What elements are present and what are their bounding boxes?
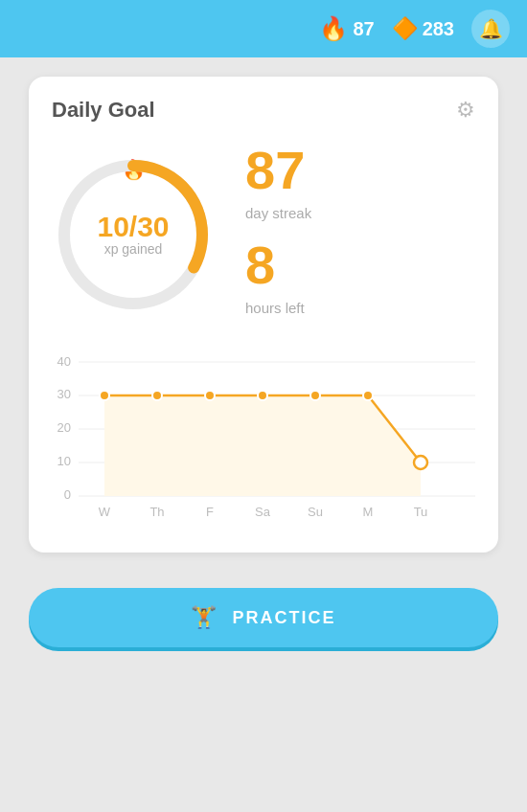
svg-text:F: F (206, 505, 214, 519)
svg-text:Tu: Tu (414, 505, 428, 519)
svg-point-16 (258, 391, 267, 400)
settings-button[interactable]: ⚙ (456, 98, 475, 123)
ring-center: 10/30 xp gained (97, 213, 169, 257)
fire-icon: 🔥 (319, 15, 348, 42)
svg-text:Sa: Sa (255, 505, 271, 519)
svg-point-17 (310, 391, 320, 400)
svg-point-18 (363, 391, 373, 400)
streak-label: day streak (245, 205, 311, 221)
svg-text:M: M (363, 505, 374, 519)
stats-column: 87 day streak 8 hours left (245, 144, 311, 326)
card-header: Daily Goal ⚙ (52, 98, 475, 123)
svg-text:40: 40 (57, 354, 71, 369)
bell-icon: 🔔 (479, 17, 503, 40)
svg-point-19 (414, 456, 427, 469)
xp-progress: 10/30 (97, 213, 169, 241)
streak-count: 87 (353, 18, 374, 40)
notification-button[interactable]: 🔔 (471, 10, 510, 48)
gems-count: 283 (423, 18, 454, 40)
svg-text:20: 20 (57, 420, 71, 435)
gems-stat: 🔶 283 (392, 16, 454, 41)
chart-svg: 40 30 20 10 0 W Th (52, 349, 475, 526)
daily-goal-card: Daily Goal ⚙ 🔥 10/30 xp gained 87 day st… (29, 77, 498, 553)
streak-number: 87 (245, 144, 311, 197)
hours-number: 8 (245, 238, 311, 292)
svg-text:30: 30 (57, 387, 71, 401)
progress-row: 🔥 10/30 xp gained 87 day streak 8 hours … (52, 144, 475, 326)
streak-stat: 🔥 87 (319, 15, 374, 42)
svg-point-13 (100, 391, 109, 400)
divider (29, 570, 498, 571)
practice-button[interactable]: 🏋 PRACTICE (29, 588, 498, 647)
gear-icon: ⚙ (456, 98, 475, 122)
progress-ring: 🔥 10/30 xp gained (52, 153, 215, 316)
practice-label: PRACTICE (232, 608, 335, 628)
card-title: Daily Goal (52, 98, 155, 123)
gem-icon: 🔶 (392, 16, 418, 41)
xp-label: xp gained (97, 241, 169, 257)
svg-text:Th: Th (149, 505, 164, 519)
svg-text:Su: Su (308, 505, 323, 519)
top-bar: 🔥 87 🔶 283 🔔 (0, 0, 527, 57)
dumbbell-icon: 🏋 (191, 605, 218, 630)
svg-point-14 (152, 391, 162, 400)
svg-text:10: 10 (57, 454, 71, 468)
svg-point-15 (205, 391, 215, 400)
svg-text:0: 0 (64, 487, 71, 502)
svg-text:W: W (99, 505, 111, 519)
svg-marker-12 (104, 395, 421, 496)
chart-area: 40 30 20 10 0 W Th (52, 349, 475, 530)
hours-label: hours left (245, 300, 311, 316)
